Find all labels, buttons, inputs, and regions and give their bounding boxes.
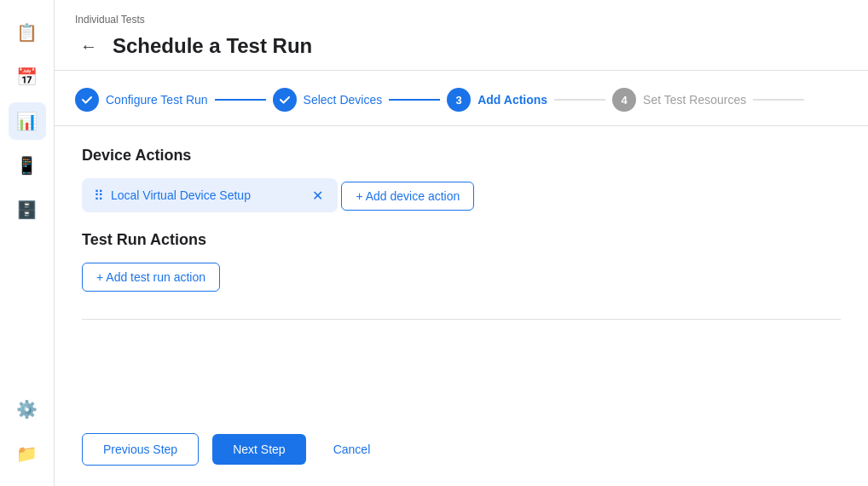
step-set-resources: 4 Set Test Resources [612, 88, 746, 112]
sidebar: 📋 📅 📊 📱 🗄️ ⚙️ 📁 [0, 0, 55, 486]
test-run-actions-section: Test Run Actions + Add test run action [82, 231, 841, 312]
page-title-row: ← Schedule a Test Run [75, 32, 848, 60]
back-arrow-icon: ← [80, 37, 97, 56]
sidebar-item-folder[interactable]: 📁 [9, 435, 46, 472]
sidebar-item-server[interactable]: 🗄️ [9, 191, 46, 229]
step-configure: Configure Test Run [75, 88, 208, 112]
step-label-add-actions: Add Actions [477, 93, 547, 107]
breadcrumb: Individual Tests [75, 14, 848, 26]
calendar-icon: 📅 [16, 67, 38, 87]
sidebar-item-chart[interactable]: 📊 [9, 102, 46, 140]
step-select-devices: Select Devices [273, 88, 383, 112]
previous-step-button[interactable]: Previous Step [82, 433, 199, 466]
step-label-configure: Configure Test Run [106, 93, 208, 107]
back-button[interactable]: ← [75, 32, 102, 60]
page-title: Schedule a Test Run [113, 34, 312, 58]
step-label-set-resources: Set Test Resources [643, 93, 746, 107]
sidebar-item-mobile[interactable]: 📱 [9, 147, 46, 184]
step-connector-2 [389, 99, 440, 101]
chip-label-device-setup: Local Virtual Device Setup [111, 188, 302, 202]
step-number-set-resources: 4 [621, 94, 627, 107]
chart-icon: 📊 [16, 111, 38, 131]
drag-handle-icon[interactable]: ⠿ [94, 188, 104, 204]
server-icon: 🗄️ [16, 200, 38, 220]
step-circle-select-devices [273, 88, 297, 112]
test-run-actions-title: Test Run Actions [82, 231, 841, 249]
settings-icon: ⚙️ [16, 399, 38, 419]
sidebar-item-calendar[interactable]: 📅 [9, 58, 46, 95]
content-area: Device Actions ⠿ Local Virtual Device Se… [55, 126, 868, 433]
step-circle-configure [75, 88, 99, 112]
add-device-action-button[interactable]: + Add device action [341, 182, 474, 211]
add-test-run-action-button[interactable]: + Add test run action [82, 263, 220, 292]
step-label-select-devices: Select Devices [304, 93, 383, 107]
device-action-chip: ⠿ Local Virtual Device Setup ✕ [82, 178, 338, 212]
folder-icon: 📁 [16, 443, 38, 464]
step-number-add-actions: 3 [456, 94, 462, 107]
mobile-icon: 📱 [16, 155, 38, 176]
clipboard-icon: 📋 [16, 22, 38, 43]
stepper: Configure Test Run Select Devices 3 Add … [55, 71, 868, 126]
step-connector-4 [753, 99, 804, 101]
footer-divider [82, 319, 841, 320]
step-circle-set-resources: 4 [612, 88, 636, 112]
device-actions-title: Device Actions [82, 147, 841, 165]
main-content: Individual Tests ← Schedule a Test Run C… [55, 0, 868, 486]
next-step-button[interactable]: Next Step [212, 434, 305, 465]
step-add-actions: 3 Add Actions [447, 88, 547, 112]
device-actions-section: Device Actions ⠿ Local Virtual Device Se… [82, 147, 841, 231]
step-circle-add-actions: 3 [447, 88, 471, 112]
sidebar-item-settings[interactable]: ⚙️ [9, 391, 46, 428]
cancel-button[interactable]: Cancel [320, 434, 385, 465]
step-connector-1 [215, 99, 266, 101]
header: Individual Tests ← Schedule a Test Run [55, 0, 868, 71]
step-connector-3 [554, 99, 605, 101]
sidebar-item-clipboard[interactable]: 📋 [9, 14, 46, 51]
footer: Previous Step Next Step Cancel [55, 433, 868, 486]
chip-close-icon[interactable]: ✕ [309, 187, 326, 204]
